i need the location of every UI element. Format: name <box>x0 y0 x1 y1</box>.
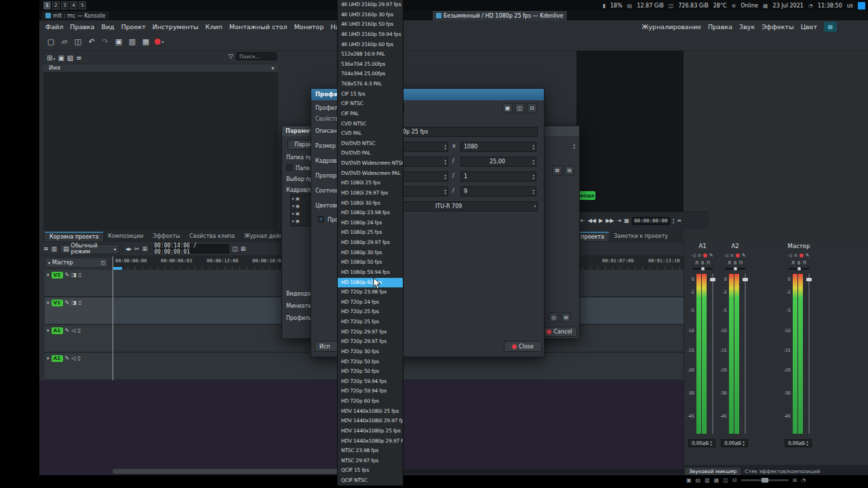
lock-icon[interactable]: ▯ <box>77 355 80 362</box>
track-badge[interactable]: A1 <box>52 327 63 334</box>
menu-item[interactable]: Правка <box>66 22 98 32</box>
monitor-audio-icon[interactable]: ∩ <box>794 253 797 258</box>
profile-option[interactable]: HD 720p 29.97 fps <box>338 337 403 347</box>
dock-tab[interactable]: Заметки к проекту <box>609 232 673 241</box>
mixed-audio-icon[interactable]: ⊞ <box>142 245 148 252</box>
keyboard-layout[interactable]: us <box>847 3 853 9</box>
paste-icon[interactable]: ▥ <box>126 35 138 47</box>
collapse-icon[interactable]: ▾ <box>47 327 50 334</box>
layers-icon[interactable]: ◨ <box>71 272 77 279</box>
filter-icon[interactable]: ▽ <box>229 53 233 60</box>
gain-value[interactable]: 0,00дБ ▴▾ <box>688 439 715 447</box>
mixer-tab[interactable]: Звуковой микшер <box>685 468 741 475</box>
profile-option[interactable]: 512x288 16:9 PAL <box>338 49 403 60</box>
profile-option[interactable]: CVD NTSC <box>338 119 403 129</box>
profile-option[interactable]: HD 720p 50 fps <box>338 367 403 377</box>
remove-icon[interactable]: ⊠ <box>552 165 562 176</box>
copy-profile-icon[interactable]: ▣ <box>502 103 513 113</box>
profile-option[interactable]: DV/DVD NTSC <box>338 139 403 149</box>
dock-tab[interactable]: Композиции <box>103 232 148 241</box>
profile-option[interactable]: HD 1080p 25 fps <box>338 228 403 238</box>
copy-icon[interactable]: ▣ <box>113 35 125 47</box>
profile-option[interactable]: NTSC 23.98 fps <box>338 446 403 456</box>
pan-slider[interactable] <box>692 268 713 270</box>
track-badge[interactable]: V2 <box>52 272 63 279</box>
edit-mode-select[interactable]: ▤ Обычный режим ▾ <box>60 244 119 254</box>
profile-option[interactable]: HD 1080p 29.97 fps <box>338 238 403 248</box>
markers-icon[interactable]: ▦ <box>714 477 719 483</box>
profile-option[interactable]: 768x576 4:3 PAL <box>338 79 403 89</box>
dock-tab[interactable]: Свойства клипа <box>184 232 239 241</box>
lock-icon[interactable]: ▯ <box>79 300 81 306</box>
height-field[interactable]: 1080▴▾ <box>460 142 536 152</box>
manage-icon[interactable]: ⊞ <box>561 312 571 323</box>
lock-icon[interactable]: ▯ <box>77 327 80 334</box>
monitor-menu-icon[interactable]: ≡ <box>677 218 682 224</box>
subtitle-icon[interactable]: ▣ <box>686 477 692 483</box>
mute-icon[interactable]: ◁ <box>692 253 695 258</box>
workspace-button[interactable]: 3 <box>61 1 68 9</box>
profile-option[interactable]: HD 720p 29.97 fps <box>338 327 403 338</box>
collapse-icon[interactable]: ▾ <box>47 300 50 306</box>
undo-icon[interactable]: ↶ <box>85 35 98 47</box>
profile-option[interactable]: HD 1080p 50 fps <box>338 258 403 268</box>
gain-value[interactable]: 0,00дБ ▴▾ <box>721 439 748 447</box>
profile-option[interactable]: CIF NTSC <box>338 99 403 109</box>
master-track-button[interactable]: ▾ Мастер ◫ <box>45 258 108 268</box>
monitor-audio-icon[interactable]: ∩ <box>698 253 701 258</box>
snap-icon[interactable]: ◫ <box>723 477 728 483</box>
playhead[interactable] <box>113 256 113 380</box>
forward-icon[interactable]: ▶▶ <box>606 218 614 224</box>
timeline-menu-icon[interactable]: ≡ <box>43 245 49 252</box>
tags-icon[interactable]: ▧ <box>67 54 73 62</box>
custom-folder-checkbox[interactable] <box>286 165 292 171</box>
menu-item[interactable]: Монитор <box>291 22 328 32</box>
menu-item[interactable]: Монтажный стол <box>226 22 291 32</box>
pan-knob[interactable] <box>701 267 705 270</box>
timeline-timecode[interactable]: 00:00:14:06 / 00:00:00:01 <box>153 244 229 253</box>
gain-stepper[interactable]: ▴▾ <box>743 440 745 447</box>
profile-option[interactable]: 4K UHD 2160p 30 fps <box>338 10 403 20</box>
record-icon[interactable] <box>703 253 707 258</box>
timecode-stepper[interactable]: ▴▾ <box>673 218 675 224</box>
profile-option[interactable]: HD 1080p 23.98 fps <box>338 208 403 218</box>
zoom-slider-thumb[interactable] <box>762 478 768 483</box>
mixer-tab[interactable]: Стек эффектов/композиций <box>741 468 824 475</box>
profile-option[interactable]: HD 1080i 30 fps <box>338 199 403 209</box>
system-tray[interactable]: ▮ 18% ▤ 12.87 GiB ◫ 726.83 GiB 28°C ⊕ On… <box>603 0 865 11</box>
par-den-field[interactable]: 1▴▾ <box>460 171 536 182</box>
profile-option[interactable]: 4K UHD 2160p 50 fps <box>338 20 403 30</box>
create-folder-icon[interactable]: ▣ <box>58 54 64 62</box>
profile-option[interactable]: HD 720p 50 fps <box>338 357 403 367</box>
gain-value[interactable]: 0,00дБ ▴▾ <box>785 439 812 447</box>
profile-option[interactable]: HD 720p 24 fps <box>338 298 403 308</box>
profile-option[interactable]: 4K UHD 2160p 59.94 fps <box>338 30 403 40</box>
video-thumb-icon[interactable]: ▥ <box>705 477 710 483</box>
profile-option[interactable]: HD 720p 59.94 fps <box>338 386 403 396</box>
preview-render-icon[interactable]: ◫ <box>232 245 238 252</box>
edit-icon[interactable]: ✎ <box>806 253 810 258</box>
profile-option[interactable]: CVD PAL <box>338 129 403 139</box>
workspace-icon[interactable]: ▦ <box>824 22 837 32</box>
save-icon[interactable]: ◫ <box>72 35 84 47</box>
task-konsole[interactable]: mlt : mc — Konsole <box>42 12 108 20</box>
pan-slider[interactable] <box>725 268 745 270</box>
info-icon[interactable]: ◎ <box>549 312 559 323</box>
bin-view-icon[interactable]: ≡ <box>76 54 81 62</box>
fader-track[interactable] <box>712 274 713 434</box>
globe-icon[interactable]: ⊕ <box>731 3 736 9</box>
profile-option[interactable]: HDV 1440x1080p 25 fps <box>338 426 403 436</box>
workspace-button[interactable]: 4 <box>70 1 77 9</box>
profile-option[interactable]: HD 1080p 60 fps <box>338 278 403 288</box>
timeline-zone[interactable] <box>113 267 122 270</box>
menu-item[interactable]: Проект <box>118 22 149 32</box>
fader-handle[interactable] <box>710 278 715 281</box>
profile-option[interactable]: CIF PAL <box>338 109 403 119</box>
track-header[interactable]: ▾ V1 ✎ ◨ ◁ ▯ <box>45 298 113 325</box>
profile-option[interactable]: HD 720p 60 fps <box>338 396 403 407</box>
track-view-icon[interactable]: ▥ <box>52 245 58 252</box>
layers-icon[interactable]: ◨ <box>71 300 77 306</box>
profile-option[interactable]: HDV 1440x1080i 25 fps <box>338 407 403 417</box>
layout-editing[interactable]: Правка <box>705 22 736 32</box>
render-button[interactable]: ▾ <box>153 35 165 47</box>
